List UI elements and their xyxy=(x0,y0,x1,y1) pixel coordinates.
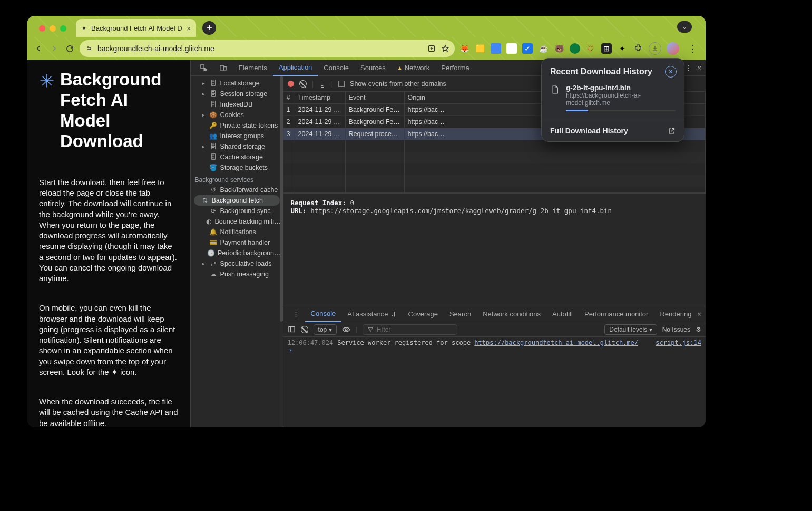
save-events-icon[interactable]: ⭳ xyxy=(319,80,326,88)
tab-dropdown-button[interactable]: ⌄ xyxy=(677,21,692,33)
sidebar-item[interactable]: 🪣Storage buckets xyxy=(191,162,283,173)
drawer-close-icon[interactable]: × xyxy=(697,310,701,318)
extension-icon[interactable]: 🐻 xyxy=(554,43,564,54)
devtools-more-icon[interactable]: ⋮ xyxy=(685,64,692,72)
sidebar-item[interactable]: ☁Push messaging xyxy=(191,269,283,279)
popover-close-button[interactable]: × xyxy=(665,66,677,78)
sidebar-item[interactable]: ◐Bounce tracking miti… xyxy=(191,216,283,227)
site-settings-icon[interactable] xyxy=(85,44,93,53)
drawer-tab-autofill[interactable]: Autofill xyxy=(546,306,579,322)
extension-icon[interactable]: 🛡 xyxy=(585,43,596,54)
browser-toolbar: backgroundfetch-ai-model.glitch.me 🦊 🟨 ✓… xyxy=(27,37,706,60)
window-controls xyxy=(34,19,72,37)
console-link[interactable]: https://backgroundfetch-ai-model.glitch.… xyxy=(474,339,638,346)
sidebar-item-background-fetch[interactable]: ⇅Background fetch xyxy=(194,195,280,206)
console-prompt[interactable]: › xyxy=(288,346,701,354)
sidebar-item[interactable]: ▸🍪Cookies xyxy=(191,110,283,120)
console-issues-label[interactable]: No Issues xyxy=(662,326,690,333)
extension-icon[interactable] xyxy=(570,43,580,54)
reload-button[interactable] xyxy=(64,41,75,56)
profile-avatar[interactable] xyxy=(667,42,679,55)
extension-icon[interactable]: ☕ xyxy=(538,43,549,54)
devtools-tab-application[interactable]: Application xyxy=(273,60,318,76)
devtools-close-icon[interactable]: × xyxy=(697,64,701,72)
console-filter-input[interactable] xyxy=(363,324,457,335)
sidebar-item[interactable]: 🔑Private state tokens xyxy=(191,120,283,131)
drawer-menu-icon[interactable]: ⋮ xyxy=(287,306,305,322)
chrome-menu-button[interactable]: ⋮ xyxy=(684,43,700,54)
show-other-domains-checkbox[interactable] xyxy=(338,81,345,87)
console-settings-icon[interactable]: ⚙ xyxy=(696,326,701,333)
sidebar-item[interactable]: ▸🗄Shared storage xyxy=(191,141,283,152)
sidebar-item[interactable]: ↺Back/forward cache xyxy=(191,185,283,195)
extension-icon[interactable] xyxy=(506,43,517,54)
address-bar[interactable]: backgroundfetch-ai-model.glitch.me xyxy=(80,40,455,57)
install-app-icon[interactable] xyxy=(427,44,436,53)
drawer-tab-console[interactable]: Console xyxy=(305,306,342,322)
url-text: backgroundfetch-ai-model.glitch.me xyxy=(97,44,214,53)
inspect-element-icon[interactable] xyxy=(194,60,213,76)
devtools-tab-elements[interactable]: Elements xyxy=(233,60,273,76)
drawer-tab-coverage[interactable]: Coverage xyxy=(403,306,444,322)
drawer-tab-perf-monitor[interactable]: Performance monitor xyxy=(579,306,654,322)
devtools-tab-performance[interactable]: Performa xyxy=(435,60,475,76)
forward-button[interactable] xyxy=(48,41,60,56)
sidebar-item[interactable]: ▸🗄Local storage xyxy=(191,78,283,89)
extension-icon[interactable]: 🦊 xyxy=(459,43,469,54)
drawer-tab-network-conditions[interactable]: Network conditions xyxy=(477,306,546,322)
svg-rect-1 xyxy=(200,65,203,68)
devtools-tab-network[interactable]: Network xyxy=(392,60,436,76)
device-toolbar-icon[interactable] xyxy=(213,60,233,76)
sidebar-item[interactable]: ▸⇄Speculative loads xyxy=(191,258,283,269)
download-item[interactable]: g-2b-it-gpu-int4.bin https://backgroundf… xyxy=(542,83,684,115)
sidebar-item[interactable]: 🕒Periodic backgroun… xyxy=(191,248,283,258)
sidebar-item[interactable]: 🔔Notifications xyxy=(191,227,283,237)
sidebar-item[interactable]: ▸🗄Session storage xyxy=(191,89,283,99)
drawer-tab-ai[interactable]: AI assistance xyxy=(341,306,402,322)
full-download-history-link[interactable]: Full Download History xyxy=(542,122,684,137)
live-expression-icon[interactable] xyxy=(342,325,350,334)
drawer-tab-rendering[interactable]: Rendering xyxy=(654,306,697,322)
console-log-line: 12:06:47.024 Service worker registered f… xyxy=(288,339,701,346)
sidebar-item[interactable]: ⟳Background sync xyxy=(191,206,283,216)
console-sidebar-toggle-icon[interactable] xyxy=(288,325,296,333)
console-source-link[interactable]: script.js:14 xyxy=(656,339,701,346)
close-window-button[interactable] xyxy=(39,25,45,32)
event-detail: Request Index: 0 URL: https://storage.go… xyxy=(283,193,706,306)
sidebar-item[interactable]: 🗄Cache storage xyxy=(191,152,283,162)
record-button[interactable] xyxy=(288,81,294,87)
minimize-window-button[interactable] xyxy=(50,25,56,32)
tab-title: Background Fetch AI Model D xyxy=(91,24,182,32)
drawer-tabs: ⋮ Console AI assistance Coverage Search … xyxy=(283,306,706,322)
tab-strip: ✦ Background Fetch AI Model D × + ⌄ xyxy=(27,16,706,37)
sidebar-scrollbar[interactable] xyxy=(280,76,283,427)
console-levels-selector[interactable]: Default levels ▾ xyxy=(604,324,657,335)
bookmark-icon[interactable] xyxy=(441,44,449,53)
sidebar-item[interactable]: 🗄IndexedDB xyxy=(191,99,283,110)
extension-icon[interactable]: ✓ xyxy=(522,43,533,54)
sparkle-icon xyxy=(39,73,55,89)
console-clear-button[interactable] xyxy=(301,326,308,333)
browser-tab[interactable]: ✦ Background Fetch AI Model D × xyxy=(76,19,196,37)
extension-icon[interactable] xyxy=(491,43,501,54)
extension-icon[interactable]: ⊞ xyxy=(601,43,612,54)
paragraph: Start the download, then feel free to re… xyxy=(39,177,179,284)
drawer-tab-search[interactable]: Search xyxy=(444,306,477,322)
extensions-menu-icon[interactable] xyxy=(633,43,643,54)
sidebar-item[interactable]: 💳Payment handler xyxy=(191,237,283,248)
tab-close-button[interactable]: × xyxy=(187,24,191,33)
back-button[interactable] xyxy=(33,41,44,56)
sidebar-item[interactable]: 👥Interest groups xyxy=(191,131,283,141)
show-other-domains-label: Show events from other domains xyxy=(350,80,446,88)
console-context-selector[interactable]: top ▾ xyxy=(314,324,337,335)
open-in-new-icon xyxy=(668,127,676,135)
extension-icon[interactable]: 🟨 xyxy=(475,43,485,54)
maximize-window-button[interactable] xyxy=(60,25,66,32)
devtools-tab-console[interactable]: Console xyxy=(318,60,355,76)
file-icon xyxy=(550,84,561,111)
new-tab-button[interactable]: + xyxy=(202,21,216,35)
clear-button[interactable] xyxy=(299,80,307,88)
downloads-icon[interactable] xyxy=(649,42,661,55)
devtools-tab-sources[interactable]: Sources xyxy=(355,60,392,76)
extension-icon[interactable]: ✦ xyxy=(617,43,628,54)
